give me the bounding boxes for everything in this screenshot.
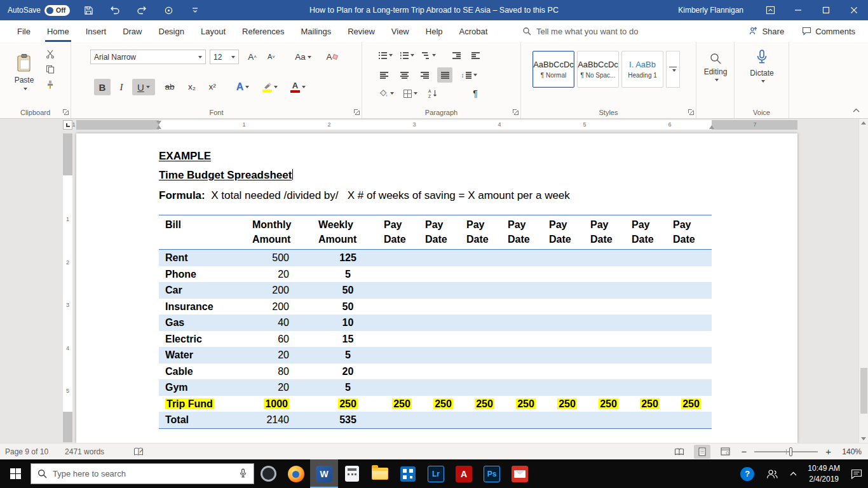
first-line-indent-marker[interactable] xyxy=(156,121,161,125)
menu-tab-help[interactable]: Help xyxy=(417,20,451,42)
zoom-slider[interactable] xyxy=(754,451,818,452)
ribbon-display-options-button[interactable] xyxy=(756,0,784,20)
shading-button[interactable] xyxy=(376,86,397,100)
user-name[interactable]: Kimberly Flannigan xyxy=(678,6,743,15)
table-row-total[interactable]: Total2140535 xyxy=(159,412,712,428)
clear-formatting-button[interactable]: A xyxy=(323,50,341,64)
subscript-button[interactable]: x₂ xyxy=(183,79,201,95)
table-row-trip-fund[interactable]: Trip Fund1000250250250250250250250250250 xyxy=(159,396,712,412)
print-layout-button[interactable] xyxy=(694,445,710,459)
show-hide-pilcrow-button[interactable]: ¶ xyxy=(468,86,483,100)
comments-button[interactable]: Comments xyxy=(802,27,855,36)
menu-tab-layout[interactable]: Layout xyxy=(193,20,234,42)
taskbar-app-mail[interactable] xyxy=(506,459,534,488)
cut-button[interactable] xyxy=(46,50,55,58)
page-indicator[interactable]: Page 9 of 10 xyxy=(5,447,48,456)
help-button[interactable]: ? xyxy=(735,459,760,488)
table-row-car[interactable]: Car20050 xyxy=(159,282,712,299)
save-button[interactable] xyxy=(80,2,97,18)
action-center-button[interactable] xyxy=(845,459,868,488)
start-button[interactable] xyxy=(0,459,31,488)
change-case-button[interactable]: Aa xyxy=(292,50,314,64)
shrink-font-button[interactable]: A˅ xyxy=(263,50,280,64)
bullet-list-button[interactable] xyxy=(376,48,395,62)
editing-button[interactable]: Editing xyxy=(700,52,731,81)
menu-tab-draw[interactable]: Draw xyxy=(114,20,150,42)
minimize-button[interactable] xyxy=(784,0,812,20)
copy-button[interactable] xyxy=(46,65,55,74)
align-center-button[interactable] xyxy=(397,67,412,83)
table-row-gym[interactable]: Gym205 xyxy=(159,379,712,396)
right-indent-marker[interactable] xyxy=(709,125,714,129)
font-color-button[interactable]: A xyxy=(286,79,310,95)
menu-tab-references[interactable]: References xyxy=(234,20,292,42)
hanging-indent-marker[interactable] xyxy=(156,125,161,129)
scroll-up-icon[interactable] xyxy=(861,121,866,125)
show-hidden-icons-button[interactable] xyxy=(784,459,803,488)
taskbar-app-circle-app[interactable] xyxy=(254,459,282,488)
font-size-combobox[interactable]: 12 xyxy=(210,50,239,64)
font-dialog-launcher[interactable] xyxy=(354,109,360,115)
table-row-cable[interactable]: Cable8020 xyxy=(159,363,712,380)
undo-button[interactable] xyxy=(107,2,123,18)
taskbar-app-firefox[interactable] xyxy=(282,459,310,488)
strikethrough-button[interactable]: ab xyxy=(160,79,179,95)
style-card-normal[interactable]: AaBbCcDc¶ Normal xyxy=(532,51,574,88)
format-painter-button[interactable] xyxy=(46,80,55,89)
word-count[interactable]: 2471 words xyxy=(65,447,104,456)
read-mode-button[interactable] xyxy=(671,445,688,459)
autosave-control[interactable]: AutoSave Off xyxy=(8,5,70,16)
maximize-button[interactable] xyxy=(812,0,840,20)
menu-tab-acrobat[interactable]: Acrobat xyxy=(451,20,496,42)
multilevel-list-button[interactable] xyxy=(419,48,438,62)
taskbar-app-photoshop[interactable]: Ps xyxy=(478,459,506,488)
vertical-scrollbar[interactable] xyxy=(858,119,868,443)
tell-me-input[interactable] xyxy=(536,27,670,36)
people-button[interactable] xyxy=(760,459,784,488)
zoom-level[interactable]: 140% xyxy=(839,447,862,456)
menu-tab-mailings[interactable]: Mailings xyxy=(293,20,340,42)
taskbar-mic-icon[interactable] xyxy=(239,468,247,479)
table-row-electric[interactable]: Electric6015 xyxy=(159,331,712,348)
text-effects-button[interactable]: A xyxy=(231,79,254,95)
menu-tab-file[interactable]: File xyxy=(9,20,39,42)
align-right-button[interactable] xyxy=(417,67,432,83)
justify-button[interactable] xyxy=(437,67,452,83)
menu-tab-view[interactable]: View xyxy=(383,20,417,42)
borders-button[interactable] xyxy=(400,86,421,100)
italic-button[interactable]: I xyxy=(113,79,130,95)
budget-table[interactable]: BillMonthlyAmountWeeklyAmountPayDatePayD… xyxy=(159,215,712,429)
close-button[interactable] xyxy=(840,0,868,20)
table-row-insurance[interactable]: Insurance20050 xyxy=(159,299,712,315)
styles-dialog-launcher[interactable] xyxy=(688,109,694,115)
taskbar-app-qr-app[interactable] xyxy=(394,459,422,488)
proofing-status-button[interactable] xyxy=(133,447,144,456)
sort-button[interactable]: AZ xyxy=(424,86,441,100)
numbered-list-button[interactable] xyxy=(398,48,417,62)
decrease-indent-button[interactable] xyxy=(449,48,464,62)
menu-tab-home[interactable]: Home xyxy=(39,20,78,42)
tell-me-box[interactable] xyxy=(522,24,670,39)
customize-quick-access-toolbar-button[interactable] xyxy=(187,2,203,18)
style-card-heading-1[interactable]: I. AaBbHeading 1 xyxy=(621,51,663,88)
zoom-slider-thumb[interactable] xyxy=(789,447,792,456)
table-row-gas[interactable]: Gas4010 xyxy=(159,315,712,331)
zoom-out-button[interactable]: − xyxy=(740,446,748,457)
taskbar-app-calculator[interactable] xyxy=(338,459,366,488)
horizontal-ruler[interactable]: 11234567 xyxy=(76,120,797,130)
taskbar-app-lightroom[interactable]: Lr xyxy=(422,459,450,488)
paste-button[interactable]: Paste xyxy=(9,48,39,108)
zoom-in-button[interactable]: + xyxy=(824,446,832,457)
align-left-button[interactable] xyxy=(376,67,391,83)
taskbar-clock[interactable]: 10:49 AM 2/4/2019 xyxy=(803,463,845,484)
clipboard-dialog-launcher[interactable] xyxy=(63,109,69,115)
text-highlight-color-button[interactable] xyxy=(258,79,282,95)
taskbar-search-input[interactable] xyxy=(53,469,233,478)
line-spacing-button[interactable]: ↕ xyxy=(459,67,479,83)
styles-gallery-more-button[interactable] xyxy=(666,51,680,88)
taskbar-search-box[interactable] xyxy=(31,463,254,484)
vertical-ruler[interactable]: 12345 xyxy=(63,133,72,442)
touch-mouse-mode-button[interactable] xyxy=(160,2,177,18)
increase-indent-button[interactable] xyxy=(468,48,483,62)
tab-stop-selector[interactable] xyxy=(63,120,72,130)
